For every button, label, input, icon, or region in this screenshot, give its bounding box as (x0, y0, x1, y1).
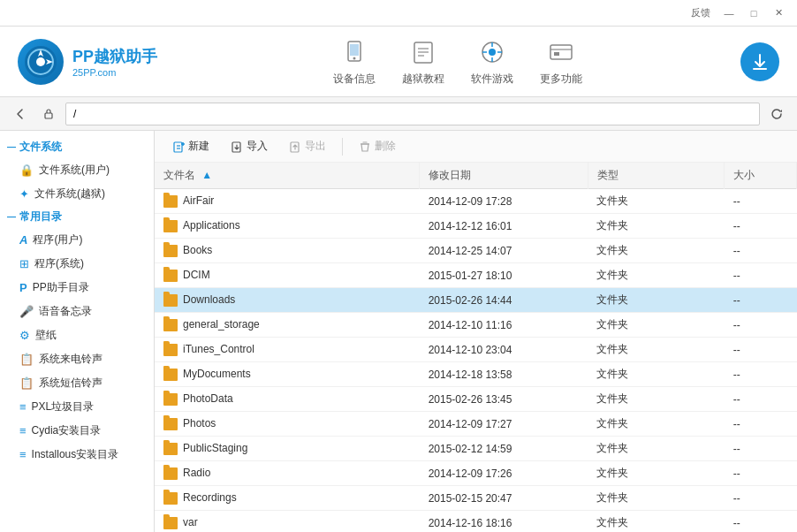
cell-size: -- (725, 189, 797, 214)
delete-label: 删除 (375, 139, 396, 154)
import-button[interactable]: 导入 (222, 135, 277, 157)
folder-icon (163, 418, 178, 430)
table-row[interactable]: Applications2014-12-12 16:01文件夹-- (155, 214, 797, 239)
sidebar-item-pp-dir-label: PP助手目录 (33, 280, 89, 295)
svg-rect-17 (174, 142, 182, 152)
cell-size: -- (725, 362, 797, 387)
cell-type: 文件夹 (588, 412, 724, 437)
cell-date: 2014-12-10 11:16 (420, 313, 588, 338)
table-row[interactable]: general_storage2014-12-10 11:16文件夹-- (155, 313, 797, 338)
new-icon (172, 141, 185, 153)
cell-name: var (155, 511, 420, 533)
cell-type: 文件夹 (588, 189, 724, 214)
table-row[interactable]: MyDocuments2014-12-18 13:58文件夹-- (155, 362, 797, 387)
sidebar-item-installous-install-label: Installous安装目录 (32, 447, 119, 462)
cell-type: 文件夹 (588, 313, 724, 338)
sidebar-item-sms-tone-label: 系统短信铃声 (39, 376, 102, 391)
refresh-button[interactable] (765, 103, 788, 125)
cell-date: 2015-02-26 13:45 (420, 387, 588, 412)
cell-size: -- (725, 338, 797, 362)
col-header-date[interactable]: 修改日期 (420, 163, 588, 189)
cell-date: 2014-12-09 17:27 (420, 412, 588, 437)
folder-icon (163, 492, 178, 505)
sidebar-item-pp-dir[interactable]: P PP助手目录 (0, 276, 154, 300)
cell-date: 2014-12-16 18:16 (420, 511, 588, 533)
nav-device[interactable]: 设备信息 (333, 36, 376, 87)
table-row[interactable]: DCIM2015-01-27 18:10文件夹-- (155, 263, 797, 288)
sidebar-item-pxl-trash-label: PXL垃圾目录 (32, 399, 95, 414)
table-row[interactable]: Recordings2015-02-15 20:47文件夹-- (155, 486, 797, 511)
cell-name: general_storage (155, 313, 420, 338)
col-header-size[interactable]: 大小 (725, 163, 797, 189)
sidebar-item-fs-user[interactable]: 🔒 文件系统(用户) (0, 158, 154, 182)
folder-icon (163, 195, 178, 208)
sidebar-section-filesystem[interactable]: — 文件系统 (0, 136, 154, 158)
nav-jailbreak[interactable]: 越狱教程 (402, 36, 444, 87)
cell-name: PhotoData (155, 387, 420, 412)
close-button[interactable]: ✕ (767, 4, 790, 22)
table-row[interactable]: PublicStaging2015-02-12 14:59文件夹-- (155, 437, 797, 461)
sidebar-item-cydia-install[interactable]: ≡ Cydia安装目录 (0, 419, 154, 443)
sidebar-item-ringtone[interactable]: 📋 系统来电铃声 (0, 347, 154, 371)
cell-name: Photos (155, 412, 420, 437)
voice-memo-icon: 🎤 (19, 305, 34, 318)
delete-button[interactable]: 删除 (350, 135, 405, 157)
sidebar-item-fs-jailbreak[interactable]: ✦ 文件系统(越狱) (0, 182, 154, 206)
cell-type: 文件夹 (588, 288, 724, 313)
minimize-button[interactable]: — (717, 4, 740, 22)
cell-size: -- (725, 288, 797, 313)
export-button[interactable]: 导出 (280, 135, 335, 157)
import-icon (231, 141, 243, 153)
table-row[interactable]: AirFair2014-12-09 17:28文件夹-- (155, 189, 797, 214)
maximize-button[interactable]: □ (742, 4, 765, 22)
ringtone-icon: 📋 (19, 353, 34, 366)
sms-tone-icon: 📋 (19, 376, 34, 390)
cell-size: -- (725, 486, 797, 511)
filesystem-expand-icon: — (7, 142, 16, 152)
sidebar-item-app-sys[interactable]: ⊞ 程序(系统) (0, 252, 154, 276)
cydia-install-icon: ≡ (19, 424, 27, 437)
jailbreak-fs-icon: ✦ (19, 187, 29, 201)
table-row[interactable]: Books2014-12-25 14:07文件夹-- (155, 239, 797, 263)
table-row[interactable]: Radio2014-12-09 17:26文件夹-- (155, 461, 797, 486)
logo-sub: 25PP.com (72, 67, 157, 78)
table-row[interactable]: iTunes_Control2014-12-10 23:04文件夹-- (155, 338, 797, 362)
nav-items: 设备信息 越狱教程 软件游戏 (193, 36, 723, 87)
sidebar-section-common[interactable]: — 常用目录 (0, 206, 154, 228)
address-bar (0, 97, 797, 131)
nav-software-label: 软件游戏 (471, 72, 513, 87)
sidebar-item-pxl-trash[interactable]: ≡ PXL垃圾目录 (0, 395, 154, 419)
sidebar-item-app-user[interactable]: A 程序(用户) (0, 228, 154, 252)
sidebar-item-sms-tone[interactable]: 📋 系统短信铃声 (0, 371, 154, 395)
new-button[interactable]: 新建 (163, 135, 218, 157)
back-button[interactable] (9, 103, 32, 125)
svg-rect-12 (550, 45, 572, 59)
svg-rect-14 (554, 52, 559, 56)
cell-type: 文件夹 (588, 461, 724, 486)
col-header-name[interactable]: 文件名 ▲ (155, 163, 420, 189)
address-input[interactable] (65, 103, 760, 125)
folder-icon (163, 369, 178, 381)
logo-icon (18, 39, 64, 85)
nav-more[interactable]: 更多功能 (540, 36, 582, 87)
table-row[interactable]: PhotoData2015-02-26 13:45文件夹-- (155, 387, 797, 412)
cell-date: 2014-12-12 16:01 (420, 214, 588, 239)
nav-software[interactable]: 软件游戏 (471, 36, 513, 87)
sidebar-item-cydia-install-label: Cydia安装目录 (32, 423, 102, 438)
folder-icon (163, 344, 178, 356)
cell-size: -- (725, 387, 797, 412)
sidebar-item-installous-install[interactable]: ≡ Installous安装目录 (0, 443, 154, 467)
cell-name: Radio (155, 461, 420, 486)
col-header-type[interactable]: 类型 (588, 163, 724, 189)
export-label: 导出 (305, 139, 326, 154)
svg-point-5 (353, 57, 356, 60)
sidebar-item-voice-memo[interactable]: 🎤 语音备忘录 (0, 300, 154, 323)
download-button[interactable] (740, 42, 779, 81)
logo-title: PP越狱助手 (72, 46, 157, 67)
jailbreak-icon (407, 36, 439, 68)
table-row[interactable]: Photos2014-12-09 17:27文件夹-- (155, 412, 797, 437)
table-row[interactable]: Downloads2015-02-26 14:44文件夹-- (155, 288, 797, 313)
feedback-label[interactable]: 反馈 (691, 6, 710, 19)
sidebar-item-wallpaper[interactable]: ⚙ 壁纸 (0, 323, 154, 347)
table-row[interactable]: var2014-12-16 18:16文件夹-- (155, 511, 797, 533)
